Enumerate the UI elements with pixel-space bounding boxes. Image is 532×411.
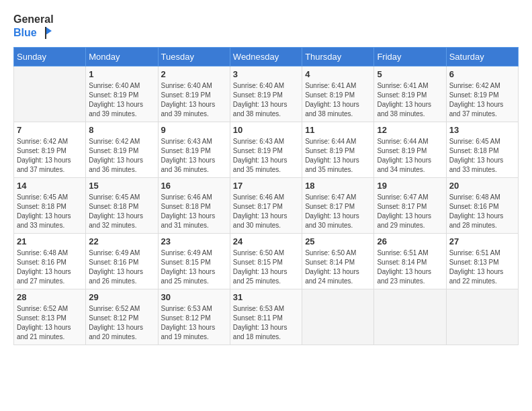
day-cell: 1Sunrise: 6:40 AM Sunset: 8:19 PM Daylig… [86, 66, 158, 122]
day-number: 18 [305, 181, 371, 191]
day-cell: 28Sunrise: 6:52 AM Sunset: 8:13 PM Dayli… [14, 289, 86, 345]
day-info: Sunrise: 6:41 AM Sunset: 8:19 PM Dayligh… [377, 81, 443, 119]
day-cell: 9Sunrise: 6:43 AM Sunset: 8:19 PM Daylig… [158, 122, 230, 177]
day-info: Sunrise: 6:42 AM Sunset: 8:19 PM Dayligh… [89, 137, 154, 175]
day-cell [14, 66, 86, 122]
day-cell [302, 289, 374, 345]
day-info: Sunrise: 6:42 AM Sunset: 8:19 PM Dayligh… [17, 137, 83, 175]
logo: General Blue [13, 13, 54, 40]
day-number: 7 [17, 125, 83, 135]
week-row: 28Sunrise: 6:52 AM Sunset: 8:13 PM Dayli… [14, 289, 519, 345]
day-number: 13 [449, 125, 515, 135]
header-cell-monday: Monday [86, 47, 158, 66]
day-cell [446, 289, 518, 345]
day-cell: 14Sunrise: 6:45 AM Sunset: 8:18 PM Dayli… [14, 177, 86, 233]
day-number: 26 [377, 236, 443, 246]
day-info: Sunrise: 6:48 AM Sunset: 8:16 PM Dayligh… [17, 248, 83, 286]
day-number: 28 [17, 292, 83, 302]
day-info: Sunrise: 6:48 AM Sunset: 8:16 PM Dayligh… [449, 193, 515, 230]
day-cell: 3Sunrise: 6:40 AM Sunset: 8:19 PM Daylig… [230, 66, 302, 122]
header-cell-thursday: Thursday [302, 47, 374, 66]
day-cell: 20Sunrise: 6:48 AM Sunset: 8:16 PM Dayli… [446, 177, 518, 233]
day-cell: 6Sunrise: 6:42 AM Sunset: 8:19 PM Daylig… [446, 66, 518, 122]
day-cell: 12Sunrise: 6:44 AM Sunset: 8:19 PM Dayli… [374, 122, 446, 177]
svg-rect-1 [45, 27, 46, 39]
day-info: Sunrise: 6:43 AM Sunset: 8:19 PM Dayligh… [233, 137, 299, 175]
day-cell: 19Sunrise: 6:47 AM Sunset: 8:17 PM Dayli… [374, 177, 446, 233]
day-number: 20 [449, 181, 515, 191]
logo-flag-icon [38, 26, 53, 40]
day-number: 10 [233, 125, 299, 135]
day-number: 25 [305, 236, 371, 246]
day-cell: 25Sunrise: 6:50 AM Sunset: 8:14 PM Dayli… [302, 233, 374, 289]
header-cell-sunday: Sunday [14, 47, 86, 66]
day-cell: 26Sunrise: 6:51 AM Sunset: 8:14 PM Dayli… [374, 233, 446, 289]
day-info: Sunrise: 6:52 AM Sunset: 8:13 PM Dayligh… [17, 304, 83, 342]
day-number: 9 [161, 125, 227, 135]
day-cell: 17Sunrise: 6:46 AM Sunset: 8:17 PM Dayli… [230, 177, 302, 233]
day-number: 11 [305, 125, 371, 135]
day-cell: 21Sunrise: 6:48 AM Sunset: 8:16 PM Dayli… [14, 233, 86, 289]
day-cell: 13Sunrise: 6:45 AM Sunset: 8:18 PM Dayli… [446, 122, 518, 177]
day-info: Sunrise: 6:46 AM Sunset: 8:18 PM Dayligh… [161, 193, 227, 230]
day-number: 6 [449, 69, 515, 79]
day-info: Sunrise: 6:40 AM Sunset: 8:19 PM Dayligh… [89, 81, 154, 119]
day-number: 24 [233, 236, 299, 246]
day-number: 16 [161, 181, 227, 191]
day-number: 31 [233, 292, 299, 302]
day-info: Sunrise: 6:51 AM Sunset: 8:13 PM Dayligh… [449, 248, 515, 286]
day-info: Sunrise: 6:52 AM Sunset: 8:12 PM Dayligh… [89, 304, 154, 342]
day-cell: 24Sunrise: 6:50 AM Sunset: 8:15 PM Dayli… [230, 233, 302, 289]
week-row: 1Sunrise: 6:40 AM Sunset: 8:19 PM Daylig… [14, 66, 519, 122]
day-info: Sunrise: 6:50 AM Sunset: 8:14 PM Dayligh… [305, 248, 371, 286]
day-number: 14 [17, 181, 83, 191]
day-cell: 22Sunrise: 6:49 AM Sunset: 8:16 PM Dayli… [86, 233, 158, 289]
day-info: Sunrise: 6:43 AM Sunset: 8:19 PM Dayligh… [161, 137, 227, 175]
day-number: 1 [89, 69, 154, 79]
header-cell-tuesday: Tuesday [158, 47, 230, 66]
day-number: 8 [89, 125, 154, 135]
day-info: Sunrise: 6:44 AM Sunset: 8:19 PM Dayligh… [305, 137, 371, 175]
day-cell: 23Sunrise: 6:49 AM Sunset: 8:15 PM Dayli… [158, 233, 230, 289]
day-number: 15 [89, 181, 154, 191]
day-info: Sunrise: 6:53 AM Sunset: 8:11 PM Dayligh… [233, 304, 299, 342]
day-number: 21 [17, 236, 83, 246]
day-cell: 30Sunrise: 6:53 AM Sunset: 8:12 PM Dayli… [158, 289, 230, 345]
day-info: Sunrise: 6:44 AM Sunset: 8:19 PM Dayligh… [377, 137, 443, 175]
day-cell: 18Sunrise: 6:47 AM Sunset: 8:17 PM Dayli… [302, 177, 374, 233]
week-row: 14Sunrise: 6:45 AM Sunset: 8:18 PM Dayli… [14, 177, 519, 233]
day-number: 5 [377, 69, 443, 79]
day-info: Sunrise: 6:49 AM Sunset: 8:16 PM Dayligh… [89, 248, 154, 286]
day-cell: 5Sunrise: 6:41 AM Sunset: 8:19 PM Daylig… [374, 66, 446, 122]
day-cell: 11Sunrise: 6:44 AM Sunset: 8:19 PM Dayli… [302, 122, 374, 177]
day-info: Sunrise: 6:45 AM Sunset: 8:18 PM Dayligh… [449, 137, 515, 175]
day-info: Sunrise: 6:45 AM Sunset: 8:18 PM Dayligh… [17, 193, 83, 230]
day-info: Sunrise: 6:41 AM Sunset: 8:19 PM Dayligh… [305, 81, 371, 119]
logo-container: General Blue [13, 13, 54, 40]
day-number: 4 [305, 69, 371, 79]
day-cell [374, 289, 446, 345]
header-cell-saturday: Saturday [446, 47, 518, 66]
day-info: Sunrise: 6:49 AM Sunset: 8:15 PM Dayligh… [161, 248, 227, 286]
day-info: Sunrise: 6:40 AM Sunset: 8:19 PM Dayligh… [233, 81, 299, 119]
logo-blue: Blue [13, 26, 54, 40]
header-cell-friday: Friday [374, 47, 446, 66]
calendar-table: SundayMondayTuesdayWednesdayThursdayFrid… [13, 47, 519, 345]
day-number: 19 [377, 181, 443, 191]
day-number: 29 [89, 292, 154, 302]
svg-marker-0 [46, 27, 52, 35]
header-cell-wednesday: Wednesday [230, 47, 302, 66]
calendar-body: 1Sunrise: 6:40 AM Sunset: 8:19 PM Daylig… [14, 66, 519, 345]
day-number: 30 [161, 292, 227, 302]
day-info: Sunrise: 6:53 AM Sunset: 8:12 PM Dayligh… [161, 304, 227, 342]
day-number: 17 [233, 181, 299, 191]
day-cell: 16Sunrise: 6:46 AM Sunset: 8:18 PM Dayli… [158, 177, 230, 233]
day-number: 22 [89, 236, 154, 246]
calendar-header: SundayMondayTuesdayWednesdayThursdayFrid… [14, 47, 519, 66]
day-cell: 31Sunrise: 6:53 AM Sunset: 8:11 PM Dayli… [230, 289, 302, 345]
week-row: 7Sunrise: 6:42 AM Sunset: 8:19 PM Daylig… [14, 122, 519, 177]
day-info: Sunrise: 6:42 AM Sunset: 8:19 PM Dayligh… [449, 81, 515, 119]
day-info: Sunrise: 6:46 AM Sunset: 8:17 PM Dayligh… [233, 193, 299, 230]
day-number: 3 [233, 69, 299, 79]
day-info: Sunrise: 6:47 AM Sunset: 8:17 PM Dayligh… [377, 193, 443, 230]
